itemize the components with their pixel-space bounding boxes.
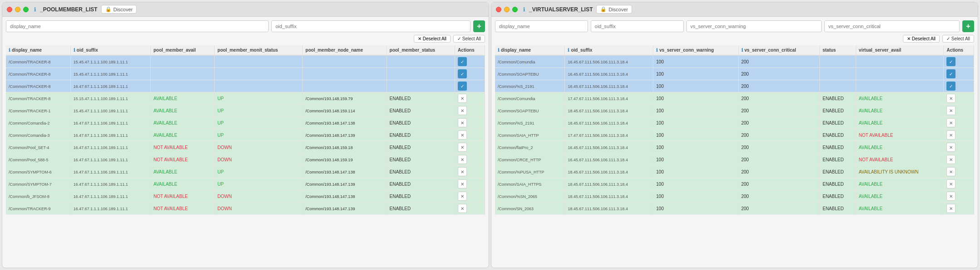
delete-action-button[interactable]: ✕ xyxy=(458,118,467,127)
cell-display-name: /Common/SYMPTOM-6 xyxy=(6,166,70,178)
cell-oid-suffix: 16.47.67.1.1.1.106.189.1.11.1 xyxy=(70,154,150,166)
cell-avail: AVAILABLE xyxy=(151,178,215,190)
select-action-button[interactable]: ✓ xyxy=(458,57,467,66)
cell-node-name xyxy=(303,68,387,80)
delete-action-button[interactable]: ✕ xyxy=(946,143,956,152)
cell-status: ENABLED xyxy=(387,178,455,190)
cell-avail: AVAILABLE xyxy=(856,105,944,117)
select-all-button[interactable]: ✓ Select All xyxy=(453,35,485,43)
cell-avail: NOT AVAILABLE xyxy=(151,141,215,154)
cell-oid-suffix: 18.45.67.111.506.106.111.3.18.4 xyxy=(565,166,653,178)
cell-warning: 100 xyxy=(653,117,738,129)
oid-suffix-filter[interactable] xyxy=(591,20,684,32)
select-action-button[interactable]: ✓ xyxy=(458,69,467,78)
delete-action-button[interactable]: ✕ xyxy=(458,106,467,115)
cell-critical: 200 xyxy=(738,55,819,68)
window-title: _POOLMEMBER_LIST xyxy=(40,6,98,13)
select-all-button[interactable]: ✓ Select All xyxy=(942,35,974,43)
cell-status: ENABLED xyxy=(819,141,856,154)
pool-member-title-bar: ℹ _POOLMEMBER_LIST 🔒 Discover xyxy=(2,2,489,17)
delete-action-button[interactable]: ✕ xyxy=(946,118,956,127)
delete-action-button[interactable]: ✕ xyxy=(458,94,467,103)
minimize-button[interactable] xyxy=(504,7,510,12)
cell-actions: ✕ xyxy=(944,202,974,215)
cell-status: ENABLED xyxy=(387,129,455,141)
deselect-all-button[interactable]: ✕ Deselect All xyxy=(414,35,451,43)
delete-action-button[interactable]: ✕ xyxy=(946,106,956,115)
close-button[interactable] xyxy=(7,7,12,12)
cell-actions: ✕ xyxy=(944,141,974,154)
delete-action-button[interactable]: ✕ xyxy=(458,204,467,213)
minimize-button[interactable] xyxy=(15,7,20,12)
add-button[interactable]: + xyxy=(962,20,974,32)
delete-action-button[interactable]: ✕ xyxy=(458,167,467,176)
cell-avail: AVAILABLE xyxy=(151,105,215,117)
cell-monit-status: DOWN xyxy=(215,190,303,202)
deselect-all-button[interactable]: ✕ Deselect All xyxy=(903,35,940,43)
cell-oid-suffix: 17.47.67.111.506.106.111.3.18.4 xyxy=(565,129,653,141)
cell-status: ENABLED xyxy=(819,117,856,129)
select-action-button[interactable]: ✓ xyxy=(458,82,467,91)
filter-row: + xyxy=(495,20,974,32)
delete-action-button[interactable]: ✕ xyxy=(458,179,467,188)
virtual-server-table: ℹdisplay_name ℹoid_suffix ℹvs_server_con… xyxy=(495,45,974,215)
display-name-filter[interactable] xyxy=(495,20,588,32)
col-oid-suffix: ℹoid_suffix xyxy=(70,45,150,55)
delete-action-button[interactable]: ✕ xyxy=(946,130,956,140)
cell-oid-suffix: 16.47.67.1.1.1.106.189.1.11.1 xyxy=(70,80,150,92)
pool-member-content: + ✕ Deselect All ✓ Select All ℹdisplay_n… xyxy=(2,17,489,268)
cell-warning: 100 xyxy=(653,166,738,178)
delete-action-button[interactable]: ✕ xyxy=(946,204,956,213)
discover-button[interactable]: 🔒 Discover xyxy=(596,5,632,14)
cell-display-name: /Common/SAIA_HTTP xyxy=(495,129,565,141)
select-action-button[interactable]: ✓ xyxy=(946,82,956,91)
delete-action-button[interactable]: ✕ xyxy=(946,179,956,188)
delete-action-button[interactable]: ✕ xyxy=(458,143,467,152)
close-button[interactable] xyxy=(496,7,501,12)
table-row: /Common/flatPro_2 16.45.67.111.506.106.1… xyxy=(495,141,974,154)
display-name-filter[interactable] xyxy=(6,20,269,32)
cell-monit-status xyxy=(215,68,303,80)
cell-avail: NOT AVAILABLE xyxy=(856,129,944,141)
oid-suffix-info-icon: ℹ xyxy=(74,48,75,53)
cell-actions: ✕ xyxy=(455,92,485,105)
cell-monit-status: UP xyxy=(215,166,303,178)
delete-action-button[interactable]: ✕ xyxy=(458,155,467,164)
delete-action-button[interactable]: ✕ xyxy=(946,192,956,201)
delete-action-button[interactable]: ✕ xyxy=(458,192,467,201)
cell-actions: ✕ xyxy=(944,154,974,166)
cell-critical: 200 xyxy=(738,80,819,92)
discover-button[interactable]: 🔒 Discover xyxy=(101,5,137,14)
cell-display-name: /Common/TRACKER-8 xyxy=(6,92,70,105)
table-row: /Common/%S_2191 18.45.67.111.506.106.111… xyxy=(495,117,974,129)
table-row: /Common/SYMPTOM-7 16.47.67.1.1.1.106.189… xyxy=(6,178,485,190)
oid-suffix-filter[interactable] xyxy=(271,20,470,32)
cell-display-name: /Common/SOAPTEBU xyxy=(495,105,565,117)
col-actions: Actions xyxy=(455,45,485,55)
cell-display-name: /Common/TRACKER-8 xyxy=(6,80,70,92)
cell-display-name: /Common/flatPro_2 xyxy=(495,141,565,154)
table-row: /Common/SAIA_HTTPS 18.45.67.111.506.106.… xyxy=(495,178,974,190)
cell-display-name: /Common/b_JFSOM-8 xyxy=(6,190,70,202)
table-wrapper: ℹdisplay_name ℹoid_suffix pool_member_av… xyxy=(6,45,485,264)
table-row: /Common/CRCE_HTTP 16.45.67.111.506.106.1… xyxy=(495,154,974,166)
select-action-button[interactable]: ✓ xyxy=(946,57,956,66)
vs-conn-critical-filter[interactable] xyxy=(824,20,960,32)
delete-action-button[interactable]: ✕ xyxy=(946,155,956,164)
maximize-button[interactable] xyxy=(23,7,29,12)
cell-actions: ✕ xyxy=(455,190,485,202)
table-row: /Common/SOAPTEBU 16.45.67.111.506.106.11… xyxy=(495,68,974,80)
add-button[interactable]: + xyxy=(473,20,485,32)
table-row: /Common/Comandia-3 16.47.67.1.1.1.106.18… xyxy=(6,129,485,141)
vs-conn-warning-filter[interactable] xyxy=(686,20,822,32)
delete-action-button[interactable]: ✕ xyxy=(946,94,956,103)
cell-warning: 100 xyxy=(653,178,738,190)
cell-oid-suffix: 16.45.67.111.506.106.111.3.18.4 xyxy=(565,154,653,166)
cell-display-name: /Common/%S_2191 xyxy=(495,117,565,129)
maximize-button[interactable] xyxy=(512,7,518,12)
cell-warning: 100 xyxy=(653,68,738,80)
delete-action-button[interactable]: ✕ xyxy=(946,167,956,176)
cell-status xyxy=(387,68,455,80)
select-action-button[interactable]: ✓ xyxy=(946,69,956,78)
delete-action-button[interactable]: ✕ xyxy=(458,130,467,140)
